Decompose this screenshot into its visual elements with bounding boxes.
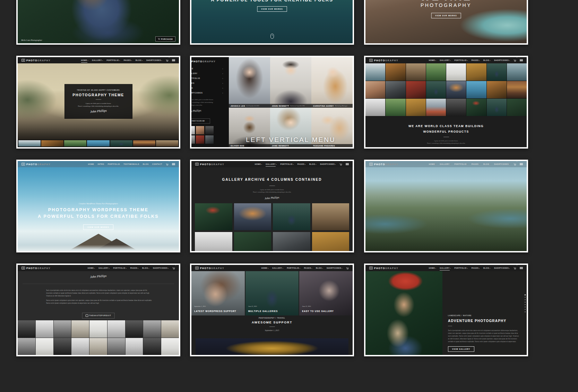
nav-item[interactable]: GALLERY▾ <box>440 163 451 165</box>
portfolio-carousel[interactable] <box>18 140 179 147</box>
logo[interactable]: PHOTOGRAPHY <box>369 163 398 166</box>
cart-button[interactable]: 0 <box>339 161 342 167</box>
hamburger-menu-icon[interactable] <box>172 163 175 166</box>
nav-item[interactable]: CONTACT <box>152 163 162 165</box>
demo-thumb-about-instagram[interactable]: PHOTOGRAPHY HOME▾GALLERY▾PORTFOLIO▾PAGES… <box>16 264 180 356</box>
post-category[interactable]: PHOTOGRAPHY / TRAVEL <box>191 317 353 319</box>
purchase-button[interactable]: PURCHASE <box>155 36 175 42</box>
cart-button[interactable]: 0 <box>514 57 516 63</box>
cart-button[interactable]: 0 <box>166 161 169 167</box>
nav-item[interactable]: HOME▾ <box>88 267 95 269</box>
nav-item[interactable]: SHORTCODES▾ <box>494 267 510 269</box>
nav-item[interactable]: GALLERY▾ <box>272 267 283 269</box>
logo[interactable]: PHOTOGRAPHY <box>191 60 229 63</box>
instagram-handle-button[interactable]: THEHAUTEPURSUIT <box>82 313 115 319</box>
nav-item[interactable]: PORTFOLIO <box>108 163 120 165</box>
view-our-works-button[interactable]: VIEW OUR WORKS <box>83 224 113 230</box>
logo[interactable]: PHOTOGRAPHY <box>195 267 224 269</box>
nav-item[interactable]: HOME▾ <box>429 267 437 269</box>
nav-item[interactable]: SHORTCODES▾ <box>494 163 510 165</box>
demo-thumb-blog-awesome-support[interactable]: PHOTOGRAPHY HOME▾GALLERY▾PORTFOLIO▾PAGES… <box>190 264 354 356</box>
nav-item[interactable]: HOME▾ <box>429 163 437 165</box>
nav-item[interactable]: GALLERY▾ <box>98 267 110 269</box>
gallery-grid[interactable] <box>195 203 349 251</box>
logo[interactable]: PHOTOGRAPHY <box>21 267 51 269</box>
nav-item[interactable]: TESTIMONIALS <box>123 163 139 165</box>
slide-dot-icon[interactable] <box>525 309 526 310</box>
nav-item[interactable]: PAGES▾ <box>472 267 480 269</box>
hamburger-menu-icon[interactable] <box>520 163 523 166</box>
nav-item[interactable]: SHORTCODES▾ <box>146 59 162 61</box>
nav-item[interactable]: SHORTCODES▾ <box>153 267 169 269</box>
team-member-photo[interactable]: CHRISTINA HARDYMarketing Manager <box>311 57 353 108</box>
nav-item[interactable]: GALLERY▾ <box>440 59 451 61</box>
nav-item[interactable]: PAGES▾ <box>297 163 306 165</box>
nav-item[interactable]: HOME▾ <box>429 59 437 61</box>
cart-button[interactable]: 0 <box>346 265 349 271</box>
nav-item[interactable]: PAGES▾ <box>472 163 480 165</box>
demo-thumb-gallery-archive[interactable]: PHOTOGRAPHY HOME▾GALLERY▾PORTFOLIO▾PAGES… <box>190 160 354 252</box>
post-card[interactable]: September 1, 2015LATEST WORDPRESS SUPPOR… <box>191 271 245 315</box>
view-our-works-button[interactable]: VIEW OUR WORKS <box>431 13 461 18</box>
sidebar-menu-item[interactable]: HOME› <box>191 66 223 71</box>
slide-dot-icon[interactable] <box>525 302 526 303</box>
slide-dot-icon[interactable] <box>525 304 526 305</box>
demo-thumb-we-are-hero[interactable]: WE ARE PHOTOGRAPHY VIEW OUR WORKS <box>364 0 528 45</box>
nav-item[interactable]: PORTFOLIO▾ <box>106 59 120 61</box>
nav-item[interactable]: BLOG▾ <box>483 59 491 61</box>
slide-dot-icon[interactable] <box>525 297 526 298</box>
nav-item[interactable]: GALLERY▾ <box>440 267 451 269</box>
demo-thumb-lake-hero[interactable]: A POWERFUL TOOLS FOR CREATIBE FOLKS VIEW… <box>190 0 354 45</box>
hamburger-menu-icon[interactable] <box>172 59 175 62</box>
post-title[interactable]: AWESOME SUPPORT <box>191 321 353 324</box>
nav-item[interactable]: BLOG▾ <box>483 267 491 269</box>
view-our-works-button[interactable]: VIEW OUR WORKS <box>257 6 287 12</box>
nav-item[interactable]: HOME▾ <box>81 59 89 61</box>
nav-item[interactable]: PAGES▾ <box>124 59 132 61</box>
nav-item[interactable]: SHORTCODES▾ <box>494 59 510 61</box>
nav-item[interactable]: GALLERY▾ <box>266 163 277 165</box>
slide-dot-icon[interactable] <box>525 306 526 308</box>
demo-thumb-adventure-photography[interactable]: PHOTOGRAPHY HOME▾GALLERY▾PORTFOLIO▾PAGES… <box>364 264 528 356</box>
cart-button[interactable]: 0 <box>172 265 175 271</box>
demo-thumb-fullscreen-landscape[interactable]: PHOTOGRAPHY HOME▾GALLERY▾PORTFOLIO▾PAGES… <box>364 160 528 252</box>
demo-thumb-left-vertical-menu[interactable]: PHOTOGRAPHY HOME›GALLERY›PORTFOLIO›PAGES… <box>190 56 354 149</box>
sidebar-menu-item[interactable]: PAGES› <box>191 81 223 86</box>
nav-item[interactable]: PORTFOLIO▾ <box>287 267 300 269</box>
cart-button[interactable]: 0 <box>514 161 516 167</box>
nav-item[interactable]: PAGES▾ <box>130 267 139 269</box>
cart-button[interactable]: 0 <box>166 57 169 63</box>
post-card[interactable]: June 22, 2015MULTIPLE GALLERIES <box>245 271 299 315</box>
nav-item[interactable]: PAGES▾ <box>472 59 480 61</box>
instagram-feed[interactable] <box>191 126 229 144</box>
nav-item[interactable]: PORTFOLIO▾ <box>280 163 294 165</box>
nav-item[interactable]: INTRO <box>98 163 104 165</box>
nav-item[interactable]: HOME▾ <box>261 267 269 269</box>
team-member-photo[interactable]: JESSICA LEECo-Founder & CEO <box>229 57 270 108</box>
nav-item[interactable]: BLOG▾ <box>309 163 317 165</box>
nav-item[interactable]: PAGES▾ <box>304 267 312 269</box>
hamburger-menu-icon[interactable] <box>346 163 349 166</box>
nav-item[interactable]: BLOG▾ <box>136 59 143 61</box>
nav-item[interactable]: HOME <box>88 163 94 165</box>
logo[interactable]: PHOTOGRAPHY <box>369 59 398 62</box>
sidebar-menu-item[interactable]: GALLERY› <box>191 71 223 76</box>
slide-dot-icon[interactable] <box>525 294 526 295</box>
logo[interactable]: PHOTOGRAPHY <box>195 163 224 166</box>
slide-dot-icon[interactable] <box>525 299 526 300</box>
hamburger-menu-icon[interactable] <box>520 59 523 62</box>
nav-item[interactable]: SHORTCODES▾ <box>320 163 336 165</box>
sidebar-menu-item[interactable]: SHORTCODES› <box>191 90 223 95</box>
nav-item[interactable]: BLOG▾ <box>142 267 149 269</box>
nav-item[interactable]: BLOG▾ <box>483 163 491 165</box>
demo-thumb-photography-theme[interactable]: PHOTOGRAPHY HOME▾GALLERY▾PORTFOLIO▾PAGES… <box>16 56 180 149</box>
nav-item[interactable]: PORTFOLIO▾ <box>454 163 468 165</box>
slide-dots[interactable] <box>525 294 526 312</box>
demo-thumb-world-class-team[interactable]: PHOTOGRAPHY HOME▾GALLERY▾PORTFOLIO▾PAGES… <box>364 56 528 149</box>
post-card[interactable]: June 22, 2015EASY TO USE GALLERY <box>299 271 353 315</box>
instagram-photo-grid[interactable] <box>18 320 179 355</box>
cart-button[interactable]: 0 <box>514 265 516 271</box>
team-member-photo[interactable]: JOHN BENNETTTechnical Lead & CTO <box>270 57 311 108</box>
nav-item[interactable]: PORTFOLIO▾ <box>113 267 127 269</box>
logo[interactable]: PHOTOGRAPHY <box>21 163 51 166</box>
